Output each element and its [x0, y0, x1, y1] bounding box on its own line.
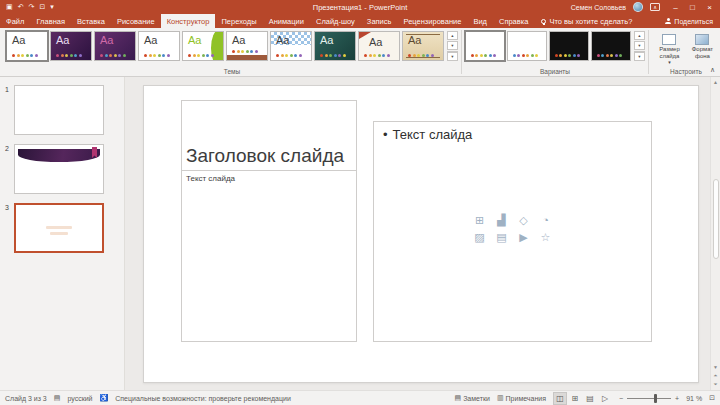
themes-scroll-down-button[interactable]: ▾ — [447, 41, 458, 50]
slide-sorter-view-button[interactable]: ⊞ — [568, 392, 582, 405]
customize-qat-icon[interactable]: ▾ — [50, 0, 54, 14]
text-placeholder[interactable]: Текст слайда — [181, 171, 357, 342]
theme-thumbnail[interactable]: Aa — [358, 31, 400, 61]
variant-thumbnail[interactable] — [591, 31, 631, 61]
theme-thumbnail[interactable]: Aa — [6, 31, 48, 61]
variants-scroll-down-button[interactable]: ▾ — [634, 41, 645, 50]
insert-3d-model-icon[interactable]: ◔ — [542, 214, 549, 227]
undo-icon[interactable]: ↶ — [18, 0, 24, 14]
fit-slide-to-window-button[interactable]: ⊡ — [709, 394, 715, 402]
themes-group-label: Темы — [6, 68, 458, 75]
theme-thumbnail[interactable]: Aa — [182, 31, 224, 61]
insert-chart-icon[interactable]: ▟ — [497, 214, 505, 227]
ribbon-tab[interactable]: Вид — [467, 14, 493, 28]
insert-icons-icon[interactable]: ☆ — [541, 231, 551, 244]
slide-thumbnail[interactable] — [14, 144, 104, 194]
zoom-slider[interactable] — [627, 398, 671, 399]
redo-icon[interactable]: ↷ — [29, 0, 35, 14]
theme-thumbnail[interactable]: Aa — [138, 31, 180, 61]
insert-video-icon[interactable]: ▶ — [519, 231, 527, 244]
zoom-level[interactable]: 91 % — [686, 395, 702, 402]
tell-me-box[interactable]: Что вы хотите сделать? — [534, 14, 639, 28]
ribbon-tab[interactable]: Запись — [361, 14, 398, 28]
scroll-up-icon[interactable]: ▲ — [713, 77, 718, 87]
ribbon-tab[interactable]: Анимации — [263, 14, 310, 28]
notes-button[interactable]: Заметки — [463, 395, 490, 402]
ribbon-tab[interactable]: Главная — [30, 14, 71, 28]
title-placeholder-text: Заголовок слайда — [186, 145, 344, 167]
ribbon-tab[interactable]: Рисование — [111, 14, 161, 28]
ribbon-tab[interactable]: Файл — [0, 14, 30, 28]
insert-picture-icon[interactable]: ▨ — [474, 231, 484, 244]
theme-thumbnail[interactable]: Aa — [226, 31, 268, 61]
variants-more-button[interactable]: ▾ — [634, 51, 645, 61]
ribbon-tab-row: ФайлГлавнаяВставкаРисованиеКонструкторПе… — [0, 14, 720, 28]
close-button[interactable]: × — [701, 0, 718, 14]
variant-thumbnail[interactable] — [465, 31, 505, 61]
slide-thumbnail[interactable] — [14, 203, 104, 253]
save-icon[interactable]: ▣ — [6, 0, 13, 14]
accessibility-status[interactable]: Специальные возможности: проверьте реком… — [115, 395, 291, 402]
zoom-in-button[interactable]: + — [675, 395, 679, 402]
theme-color-dots — [100, 54, 126, 57]
theme-thumbnail[interactable]: Aa — [314, 31, 356, 61]
slide-size-button[interactable]: Размер слайда ▾ — [654, 34, 685, 66]
user-avatar[interactable] — [633, 2, 643, 12]
theme-sample-text: Aa — [369, 37, 382, 48]
reading-view-button[interactable]: ▤ — [583, 392, 597, 405]
bullet-glyph: • — [383, 127, 388, 142]
ribbon-tab[interactable]: Рецензирование — [397, 14, 467, 28]
zoom-slider-thumb[interactable] — [654, 394, 657, 403]
proofing-icon[interactable]: ▤ — [54, 394, 61, 402]
theme-color-dots — [597, 54, 623, 57]
next-slide-button[interactable]: ⏷ — [713, 381, 717, 388]
variants-scroll-up-button[interactable]: ▴ — [634, 31, 645, 40]
previous-slide-button[interactable]: ⏶ — [713, 372, 717, 379]
variant-thumbnail[interactable] — [507, 31, 547, 61]
scroll-down-icon[interactable]: ▼ — [713, 364, 718, 370]
title-placeholder[interactable]: Заголовок слайда — [181, 100, 357, 171]
theme-thumbnail[interactable]: Aa — [270, 31, 312, 61]
start-slideshow-icon[interactable]: ⊡ — [39, 0, 45, 14]
theme-sample-text: Aa — [276, 35, 289, 46]
minimize-button[interactable]: – — [667, 0, 684, 14]
share-button[interactable]: Поделиться — [665, 14, 713, 28]
ribbon-tab[interactable]: Справка — [493, 14, 534, 28]
language-indicator[interactable]: русский — [67, 395, 92, 402]
variant-thumbnail[interactable] — [549, 31, 589, 61]
theme-thumbnail[interactable]: Aa — [50, 31, 92, 61]
ribbon-tab[interactable]: Слайд-шоу — [310, 14, 361, 28]
theme-color-dots — [232, 50, 258, 53]
comments-button[interactable]: Примечания — [506, 395, 546, 402]
ribbon-tab[interactable]: Конструктор — [161, 14, 216, 28]
slide-canvas[interactable]: Заголовок слайда Текст слайда • Текст сл… — [143, 85, 699, 383]
slide-thumbnail-row: 3 — [0, 203, 124, 253]
vertical-scrollbar[interactable]: ▲ ▼ ⏶ ⏷ — [710, 77, 720, 390]
theme-color-dots — [364, 54, 390, 57]
theme-sample-text: Aa — [232, 35, 245, 46]
titlebar-right: Семен Соловьев ∧ –□× — [571, 0, 720, 14]
format-background-button[interactable]: Формат фона — [687, 34, 718, 66]
content-placeholder[interactable]: • Текст слайда ⊞▟◇◔▨▤▶☆ — [373, 121, 652, 342]
scrollbar-thumb[interactable] — [713, 179, 719, 259]
slide-thumbnails-panel: 123 — [0, 77, 125, 390]
themes-scroll-up-button[interactable]: ▴ — [447, 31, 458, 40]
normal-view-button[interactable]: ◫ — [553, 392, 567, 405]
theme-thumbnail[interactable]: Aa — [402, 31, 444, 61]
zoom-out-button[interactable]: − — [619, 395, 623, 402]
ribbon-display-options-icon[interactable]: ∧ — [650, 3, 660, 11]
insert-table-icon[interactable]: ⊞ — [475, 214, 484, 227]
ribbon-tab[interactable]: Переходы — [215, 14, 262, 28]
theme-sample-text: Aa — [56, 35, 69, 46]
ribbon-tab[interactable]: Вставка — [71, 14, 111, 28]
theme-color-dots — [320, 54, 346, 57]
theme-thumbnail[interactable]: Aa — [94, 31, 136, 61]
slide-size-icon — [662, 34, 676, 45]
collapse-ribbon-icon[interactable]: ∧ — [710, 66, 715, 74]
slideshow-button[interactable]: ▷ — [598, 392, 612, 405]
insert-stock-image-icon[interactable]: ▤ — [496, 231, 506, 244]
slide-thumbnail[interactable] — [14, 85, 104, 135]
restore-button[interactable]: □ — [684, 0, 701, 14]
insert-smartart-icon[interactable]: ◇ — [519, 214, 527, 227]
themes-more-button[interactable]: ▾ — [447, 51, 458, 61]
